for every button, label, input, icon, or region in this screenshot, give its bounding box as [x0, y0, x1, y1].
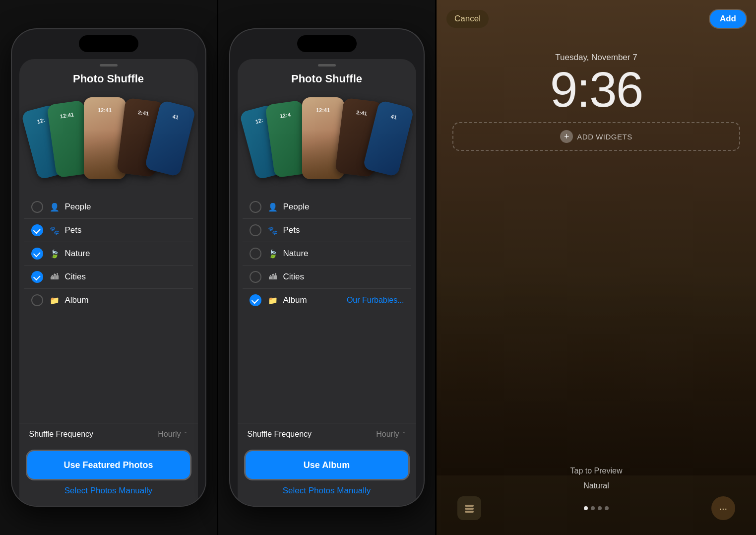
- freq-value-1: Hourly ⌃: [158, 430, 188, 439]
- cities-icon-1: [49, 271, 60, 282]
- cat-label-pets-1: Pets: [65, 225, 186, 235]
- phone-frame-2: Photo Shuffle 12: 12:4 12:41 2:41 41: [230, 29, 424, 506]
- cat-label-cities-2: Cities: [283, 272, 404, 282]
- cat-item-pets-2[interactable]: Pets: [243, 219, 411, 242]
- radio-album-1[interactable]: [31, 294, 43, 306]
- cat-item-cities-2[interactable]: Cities: [243, 266, 411, 289]
- select-photos-manually-link-1[interactable]: Select Photos Manually: [64, 486, 153, 496]
- lockscreen-date: Tuesday, November 7: [555, 53, 637, 63]
- cat-sublabel-album-2: Our Furbabies...: [347, 296, 404, 305]
- card-title-2: Photo Shuffle: [291, 72, 362, 85]
- cat-item-people-2[interactable]: People: [243, 196, 411, 219]
- lockscreen-time: 9:36: [550, 65, 643, 114]
- cat-label-album-1: Album: [65, 295, 186, 305]
- more-options-button[interactable]: ···: [711, 496, 735, 520]
- dot-1: [584, 506, 588, 510]
- nature-icon-1: [49, 248, 60, 259]
- lockscreen-content: Cancel Add Tuesday, November 7 9:36 + AD…: [437, 0, 756, 535]
- add-widgets-area[interactable]: + ADD WIDGETS: [452, 122, 740, 151]
- people-icon-2: [267, 201, 278, 212]
- freq-label-2: Shuffle Frequency: [248, 430, 312, 439]
- chevron-down-icon-2: ⌃: [401, 431, 406, 438]
- lockscreen-bottom-bar: ···: [452, 496, 740, 520]
- cat-item-nature-2[interactable]: Nature: [243, 242, 411, 266]
- chevron-down-icon-1: ⌃: [183, 431, 188, 438]
- dot-4: [605, 506, 609, 510]
- radio-cities-1[interactable]: [31, 271, 43, 283]
- freq-value-2: Hourly ⌃: [376, 430, 406, 439]
- nature-icon-2: [267, 248, 278, 259]
- lockscreen-topbar: Cancel Add: [437, 0, 756, 28]
- radio-people-1[interactable]: [31, 201, 43, 213]
- lockscreen-panel: Cancel Add Tuesday, November 7 9:36 + AD…: [437, 0, 756, 535]
- shuffle-freq-row-2[interactable]: Shuffle Frequency Hourly ⌃: [238, 423, 416, 445]
- phone-frame-1: Photo Shuffle 12: 12:41 12:41 2:41 41: [12, 29, 205, 506]
- pets-icon-1: [49, 225, 60, 236]
- cat-label-nature-1: Nature: [65, 249, 186, 259]
- radio-nature-2[interactable]: [250, 248, 261, 260]
- shuffle-card-1: Photo Shuffle 12: 12:41 12:41 2:41 41: [19, 59, 198, 506]
- panel-1: Photo Shuffle 12: 12:41 12:41 2:41 41: [0, 0, 217, 535]
- add-widget-plus-icon: +: [560, 130, 573, 143]
- cat-item-nature-1[interactable]: Nature: [24, 242, 193, 266]
- panel-2: Photo Shuffle 12: 12:4 12:41 2:41 41: [218, 0, 435, 535]
- photos-stack-2: 12: 12:4 12:41 2:41 41: [243, 92, 411, 187]
- card-handle-1: [100, 64, 118, 67]
- freq-label-1: Shuffle Frequency: [29, 430, 94, 439]
- filter-label: Natural: [583, 481, 609, 490]
- cat-label-pets-2: Pets: [283, 225, 404, 235]
- dynamic-island-2: [297, 35, 357, 52]
- svg-rect-2: [465, 511, 474, 513]
- shuffle-freq-row-1[interactable]: Shuffle Frequency Hourly ⌃: [19, 423, 198, 445]
- category-list-2: People Pets Nature Cities: [238, 196, 416, 422]
- pets-icon-2: [267, 225, 278, 236]
- ellipsis-icon: ···: [719, 503, 727, 514]
- dot-2: [591, 506, 595, 510]
- shuffle-card-2: Photo Shuffle 12: 12:4 12:41 2:41 41: [238, 59, 416, 506]
- card-title-1: Photo Shuffle: [73, 72, 144, 85]
- bottom-section-2: Use Album Select Photos Manually: [238, 445, 416, 506]
- card-handle-2: [318, 64, 336, 67]
- cat-label-cities-1: Cities: [65, 272, 186, 282]
- cancel-button[interactable]: Cancel: [446, 10, 489, 28]
- bottom-section-1: Use Featured Photos Select Photos Manual…: [19, 445, 198, 506]
- cat-item-pets-1[interactable]: Pets: [24, 219, 193, 242]
- select-photos-manually-link-2[interactable]: Select Photos Manually: [283, 486, 371, 496]
- svg-rect-1: [465, 508, 474, 510]
- album-icon-2: [267, 295, 278, 306]
- cities-icon-2: [267, 271, 278, 282]
- lockscreen-bottom: Tap to Preview Natural ···: [437, 467, 756, 535]
- cat-label-album-2: Album: [283, 295, 347, 305]
- add-widgets-label: ADD WIDGETS: [577, 133, 632, 141]
- add-button[interactable]: Add: [710, 10, 746, 28]
- album-icon-1: [49, 295, 60, 306]
- photos-stack-1: 12: 12:41 12:41 2:41 41: [24, 92, 193, 187]
- cat-label-nature-2: Nature: [283, 249, 404, 259]
- cat-item-album-2[interactable]: Album Our Furbabies...: [243, 289, 411, 312]
- use-featured-photos-button[interactable]: Use Featured Photos: [27, 451, 190, 479]
- radio-people-2[interactable]: [250, 201, 261, 213]
- radio-album-2[interactable]: [250, 294, 261, 306]
- cat-item-people-1[interactable]: People: [24, 196, 193, 219]
- radio-pets-1[interactable]: [31, 224, 43, 236]
- tap-to-preview-label: Tap to Preview: [570, 467, 623, 475]
- cat-label-people-1: People: [65, 202, 186, 212]
- category-list-1: People Pets Nature Cities: [19, 196, 198, 422]
- dot-3: [598, 506, 602, 510]
- radio-nature-1[interactable]: [31, 248, 43, 260]
- cat-item-album-1[interactable]: Album: [24, 289, 193, 312]
- people-icon-1: [49, 201, 60, 212]
- dynamic-island-1: [79, 35, 138, 52]
- cat-label-people-2: People: [283, 202, 404, 212]
- use-album-button[interactable]: Use Album: [246, 451, 408, 479]
- stack-icon-button[interactable]: [457, 496, 481, 520]
- radio-pets-2[interactable]: [250, 224, 261, 236]
- radio-cities-2[interactable]: [250, 271, 261, 283]
- page-dots: [584, 506, 609, 510]
- svg-rect-0: [465, 505, 474, 507]
- cat-item-cities-1[interactable]: Cities: [24, 266, 193, 289]
